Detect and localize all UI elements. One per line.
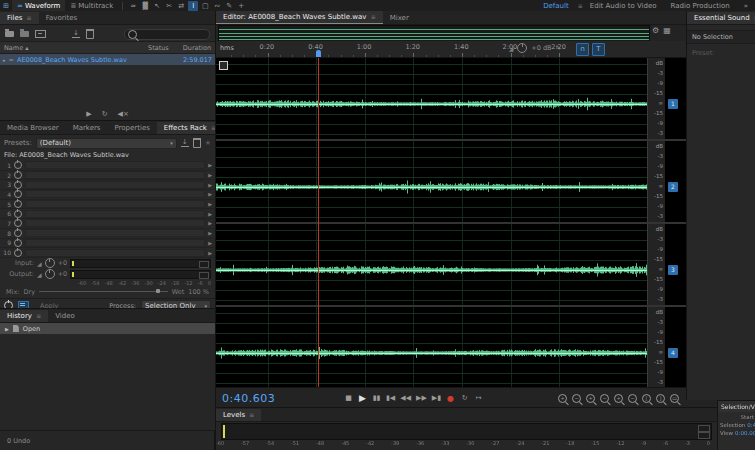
effect-slot[interactable]: 1▶ — [0, 161, 215, 171]
power-icon[interactable] — [14, 171, 22, 179]
slot-field[interactable] — [25, 219, 205, 227]
panel-menu-icon[interactable]: ≡ — [36, 312, 41, 319]
slot-arrow-icon[interactable]: ▶ — [208, 201, 212, 207]
tab-levels[interactable]: Levels ≡ — [216, 409, 261, 421]
zoom-navigator[interactable] — [218, 25, 650, 42]
effect-slot[interactable]: 4▶ — [0, 190, 215, 200]
marquee-selection-tool-icon[interactable]: ▢ — [200, 1, 210, 11]
channel-waveform[interactable] — [216, 307, 647, 388]
loop-playback-button[interactable]: ↻ — [460, 394, 469, 402]
history-entry[interactable]: ▶Open — [0, 323, 215, 334]
power-icon[interactable] — [14, 249, 22, 257]
workspace-edit-audio-to-video[interactable]: Edit Audio to Video — [590, 2, 657, 10]
tab-properties[interactable]: Properties — [107, 122, 156, 134]
channel-band[interactable]: dB-3-9-15∞-15-9-32 — [216, 141, 687, 222]
selection-start-value[interactable]: 0:40.603 — [747, 422, 755, 428]
panel-menu-icon[interactable]: ≡ — [371, 13, 376, 20]
play-button[interactable]: ▶ — [86, 110, 91, 118]
column-name[interactable]: Name ▴ — [4, 44, 29, 52]
slot-arrow-icon[interactable]: ▶ — [208, 220, 212, 226]
save-preset-icon[interactable]: ↓ — [181, 139, 189, 147]
file-name[interactable]: AE0008_Beach Waves Subtle.wav — [17, 56, 183, 64]
slot-arrow-icon[interactable]: ▶ — [208, 230, 212, 236]
delete-preset-icon[interactable] — [193, 138, 201, 148]
files-search-input[interactable] — [124, 29, 210, 40]
channel-waveform[interactable] — [216, 141, 647, 222]
tab-editor[interactable]: Editor: AE0008_Beach Waves Subtle.wav ≡ — [216, 11, 383, 24]
volume-ramp-icon[interactable]: ◢ — [509, 45, 514, 52]
razor-tool-icon[interactable]: ✂ — [164, 1, 174, 11]
slot-arrow-icon[interactable]: ▶ — [208, 250, 212, 256]
workspace-radio-production[interactable]: Radio Production — [671, 2, 730, 10]
record-button[interactable]: ● — [446, 394, 455, 403]
stop-button[interactable]: ■ — [344, 394, 353, 402]
time-selection-tool-icon[interactable]: I — [188, 1, 198, 11]
effect-slot[interactable]: 6▶ — [0, 209, 215, 219]
power-icon[interactable] — [14, 190, 22, 198]
effect-slot[interactable]: 3▶ — [0, 180, 215, 190]
spectral-view-tool-icon[interactable]: ▓ — [140, 1, 150, 11]
slot-arrow-icon[interactable]: ▶ — [208, 172, 212, 178]
slot-field[interactable] — [25, 229, 205, 237]
power-icon[interactable] — [14, 161, 22, 169]
column-status[interactable]: Status — [148, 44, 169, 52]
slip-tool-icon[interactable]: ⇄ — [176, 1, 186, 11]
slot-field[interactable] — [25, 161, 205, 169]
power-icon[interactable] — [14, 239, 22, 247]
slot-field[interactable] — [25, 171, 205, 179]
loop-button[interactable]: ↻ — [102, 110, 108, 118]
effect-slot[interactable]: 8▶ — [0, 229, 215, 239]
marker-handle-icon[interactable] — [219, 61, 228, 70]
slot-field[interactable] — [25, 181, 205, 189]
paintbrush-tool-icon[interactable]: ✎ — [224, 1, 234, 11]
expander-icon[interactable]: ▸ — [3, 57, 6, 63]
headphones-monitor-icon[interactable]: ∩ — [576, 43, 589, 56]
slot-field[interactable] — [25, 210, 205, 218]
zoom-out-button[interactable]: − — [572, 394, 581, 403]
channel-number-badge[interactable]: 4 — [668, 348, 678, 358]
trash-icon[interactable] — [86, 29, 94, 39]
effect-slot[interactable]: 9▶ — [0, 239, 215, 249]
text-tool-icon[interactable]: T — [592, 43, 605, 56]
lasso-selection-tool-icon[interactable]: ∾ — [212, 1, 222, 11]
panel-menu-icon[interactable]: ≡ — [249, 411, 254, 418]
import-folder-icon[interactable] — [20, 31, 29, 37]
channel-band[interactable]: dB-3-9-15∞-15-9-31 — [216, 58, 687, 139]
tab-video[interactable]: Video — [48, 310, 82, 322]
workspace-overflow-chevron[interactable]: » — [744, 2, 748, 10]
tab-essential-sound[interactable]: Essential Sound ≡ — [687, 12, 755, 24]
mix-slider-handle[interactable] — [156, 289, 160, 293]
pause-button[interactable]: ▮▮ — [372, 394, 381, 402]
power-icon[interactable] — [14, 229, 22, 237]
zoom-to-out-point-button[interactable]: ] — [656, 394, 665, 403]
zoom-out-amplitude-button[interactable]: − — [628, 394, 637, 403]
favorite-star-icon[interactable]: ★ — [205, 139, 211, 147]
file-row[interactable]: ▸≈AE0008_Beach Waves Subtle.wav2:59.017 — [0, 54, 215, 65]
tab-files[interactable]: Files ≡ — [0, 12, 39, 24]
tab-history[interactable]: History ≡ — [0, 310, 48, 322]
mix-slider[interactable] — [39, 291, 168, 292]
pencil-icon[interactable]: ✎ — [556, 44, 561, 52]
close-file-icon[interactable] — [35, 30, 46, 38]
timeline-ruler[interactable]: hms 0:200:401:001:201:402:002:20 ◢ +0 dB… — [216, 41, 687, 58]
slot-arrow-icon[interactable]: ▶ — [208, 191, 212, 197]
slot-arrow-icon[interactable]: ▶ — [208, 240, 212, 246]
channel-waveform[interactable] — [216, 58, 647, 139]
import-file-icon[interactable]: ↓ — [72, 30, 80, 38]
slot-field[interactable] — [25, 190, 205, 198]
slot-arrow-icon[interactable]: ▶ — [208, 162, 212, 168]
channel-number-badge[interactable]: 1 — [668, 99, 678, 109]
spot-healing-tool-icon[interactable]: + — [236, 1, 246, 11]
effect-slot[interactable]: 2▶ — [0, 171, 215, 181]
slot-field[interactable] — [25, 239, 205, 247]
multitrack-mode-button[interactable]: ≣ Multitrack — [65, 0, 118, 11]
move-tool-icon[interactable]: ↖ — [152, 1, 162, 11]
slot-field[interactable] — [25, 200, 205, 208]
waveform-display[interactable]: dB-3-9-15∞-15-9-31dB-3-9-15∞-15-9-32dB-3… — [216, 58, 687, 387]
rewind-button[interactable]: ◀◀ — [400, 394, 411, 402]
playhead-time-display[interactable]: 0:40.603 — [222, 392, 275, 405]
skip-to-end-button[interactable]: ▶▮ — [432, 394, 441, 402]
workspace-default[interactable]: Default — [543, 2, 569, 10]
open-file-icon[interactable] — [5, 31, 14, 37]
playhead-handle[interactable] — [316, 50, 321, 57]
